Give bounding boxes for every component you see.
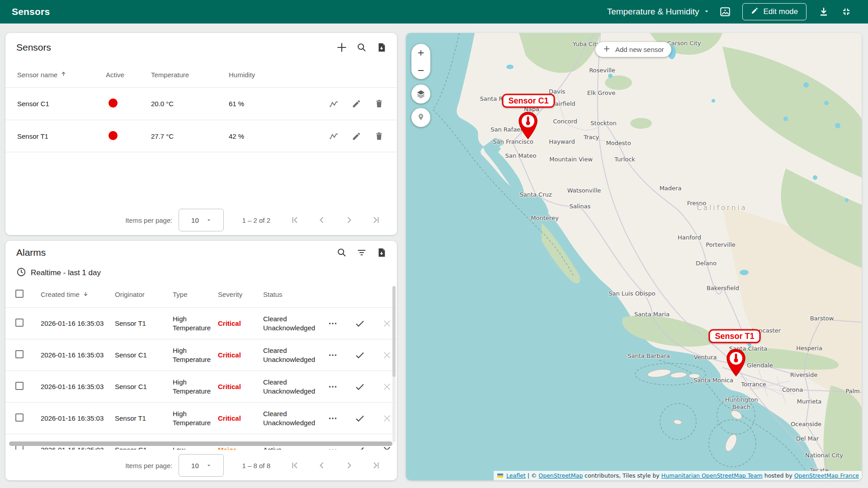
locate-button[interactable] <box>411 108 430 127</box>
first-page-icon[interactable] <box>286 456 304 474</box>
add-entity-icon[interactable] <box>333 38 351 56</box>
col-humidity[interactable]: Humidity <box>222 71 292 79</box>
col-status[interactable]: Status <box>257 291 325 298</box>
acknowledge-icon[interactable] <box>352 410 368 427</box>
first-page-icon[interactable] <box>286 211 304 229</box>
osm-link[interactable]: OpenStreetMap <box>538 472 583 479</box>
city-label: Riverside <box>790 371 817 378</box>
leaflet-link[interactable]: Leaflet <box>506 472 526 479</box>
alarm-created-time: 2026-01-16 16:35:02 <box>34 446 108 450</box>
row-checkbox[interactable] <box>15 382 24 390</box>
export-icon[interactable] <box>373 244 391 262</box>
acknowledge-icon[interactable] <box>352 379 368 395</box>
city-label: Palm <box>845 388 860 394</box>
more-actions-icon[interactable] <box>325 379 341 395</box>
alarm-severity: Major <box>218 446 236 450</box>
col-temperature[interactable]: Temperature <box>145 71 222 79</box>
sensor-marker-pin[interactable] <box>517 111 539 141</box>
sensor-marker-label[interactable]: Sensor C1 <box>502 94 555 108</box>
map-attribution: Leaflet | © OpenStreetMap contributors, … <box>494 471 862 480</box>
delete-icon[interactable] <box>371 96 387 112</box>
city-label: Hesperia <box>796 345 822 352</box>
alarm-row[interactable]: 2026-01-16 16:35:03 Sensor C1 High Tempe… <box>5 371 397 402</box>
alarm-status: Cleared Unacknowledged <box>257 378 325 396</box>
col-active[interactable]: Active <box>99 71 145 79</box>
vertical-scrollbar[interactable] <box>392 286 396 442</box>
row-checkbox[interactable] <box>15 413 24 422</box>
zoom-in-button[interactable] <box>411 45 430 61</box>
sensor-row[interactable]: Sensor C1 20.0 °C 61 % <box>5 87 397 120</box>
acknowledge-icon[interactable] <box>352 315 368 332</box>
add-new-sensor-button[interactable]: Add new sensor <box>595 42 671 57</box>
zoom-out-button[interactable] <box>411 62 430 79</box>
next-page-icon[interactable] <box>340 211 358 229</box>
alarm-row[interactable]: 2026-01-16 16:35:03 Sensor T1 High Tempe… <box>5 307 397 339</box>
alarm-originator: Sensor C1 <box>108 446 166 450</box>
acknowledge-icon[interactable] <box>352 347 368 363</box>
sort-created-time[interactable]: Created time <box>41 291 89 299</box>
prev-page-icon[interactable] <box>313 211 331 229</box>
city-label: Elk Grove <box>587 89 615 96</box>
search-icon[interactable] <box>333 244 351 262</box>
download-icon[interactable] <box>815 3 833 21</box>
city-label: Hanford <box>678 234 701 241</box>
alarm-row[interactable]: 2026-01-16 16:35:03 Sensor C1 High Tempe… <box>5 339 397 371</box>
time-window-button[interactable]: Realtime - last 1 day <box>5 264 397 282</box>
alarm-row[interactable]: 2026-01-16 16:35:03 Sensor T1 High Tempe… <box>5 402 397 434</box>
sort-arrow-down-icon <box>82 291 89 299</box>
exit-fullscreen-icon[interactable] <box>837 3 855 21</box>
next-page-icon[interactable] <box>340 456 358 474</box>
edit-mode-label: Edit mode <box>763 7 798 16</box>
timeseries-chart-icon[interactable] <box>326 96 342 112</box>
timeseries-chart-icon[interactable] <box>326 128 342 144</box>
alarms-widget: Alarms Realtime - last 1 day Created tim… <box>5 241 397 480</box>
prev-page-icon[interactable] <box>313 456 331 474</box>
leaflet-map[interactable]: Yuba City Carson City Roseville Santa Ro… <box>406 33 862 480</box>
export-icon[interactable] <box>373 38 391 56</box>
dashboard-state-select[interactable]: Temperature & Humidity <box>605 4 712 19</box>
filter-icon[interactable] <box>353 244 371 262</box>
osmfr-link[interactable]: OpenStreetMap France <box>794 472 859 479</box>
city-label: Huntington Beach <box>721 396 762 411</box>
sensor-name: Sensor C1 <box>11 100 99 108</box>
horizontal-scrollbar[interactable] <box>9 441 392 446</box>
plus-icon <box>603 45 611 54</box>
city-label: Carson City <box>667 40 701 47</box>
more-actions-icon[interactable] <box>325 410 341 427</box>
col-type[interactable]: Type <box>166 291 212 298</box>
sensor-marker-pin[interactable] <box>725 348 747 379</box>
city-label: Glendale <box>747 362 773 369</box>
sensor-marker-label[interactable]: Sensor T1 <box>708 329 760 343</box>
alarm-created-time: 2026-01-16 16:35:03 <box>34 383 108 390</box>
dashboard-image-icon[interactable] <box>716 3 734 21</box>
last-page-icon[interactable] <box>367 211 385 229</box>
col-originator[interactable]: Originator <box>108 291 166 298</box>
city-label: Santa Cruz <box>519 191 552 198</box>
row-checkbox[interactable] <box>15 350 24 358</box>
edit-icon[interactable] <box>348 128 364 144</box>
active-status-dot <box>108 99 118 108</box>
col-severity[interactable]: Severity <box>212 291 257 298</box>
more-actions-icon[interactable] <box>325 347 341 363</box>
alarm-originator: Sensor C1 <box>108 383 166 390</box>
search-icon[interactable] <box>353 38 371 56</box>
city-label: Porterville <box>706 241 736 248</box>
sort-sensor-name[interactable]: Sensor name <box>17 70 67 79</box>
alarm-type: High Temperature <box>166 314 212 333</box>
select-all-checkbox[interactable] <box>15 290 24 298</box>
more-actions-icon[interactable] <box>325 315 341 332</box>
city-label: Santa Maria <box>634 311 670 318</box>
last-page-icon[interactable] <box>367 456 385 474</box>
city-label: Corona <box>782 386 803 393</box>
city-label: Oceanside <box>791 421 821 427</box>
layers-button[interactable] <box>411 84 430 103</box>
page-size-select[interactable]: 10 <box>179 454 224 477</box>
sensor-row[interactable]: Sensor T1 27.7 °C 42 % <box>5 120 397 152</box>
sensor-temperature: 20.0 °C <box>145 100 222 108</box>
edit-mode-button[interactable]: Edit mode <box>742 3 807 20</box>
row-checkbox[interactable] <box>15 319 24 327</box>
delete-icon[interactable] <box>371 128 387 144</box>
edit-icon[interactable] <box>348 96 364 112</box>
hot-link[interactable]: Humanitarian OpenStreetMap Team <box>661 472 763 479</box>
page-size-select[interactable]: 10 <box>179 209 224 231</box>
